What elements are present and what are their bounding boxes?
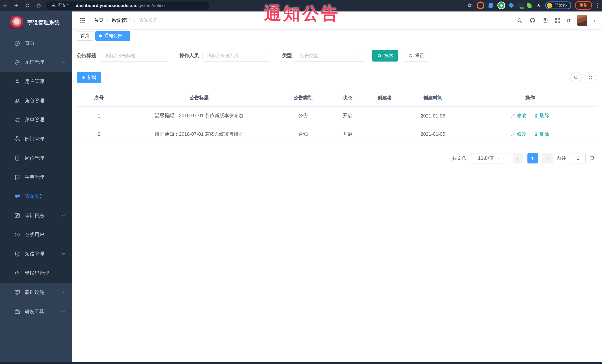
edit-link[interactable]: 修改 — [511, 112, 526, 119]
main-panel: 首页 / 系统管理 / 通知公告 tT ▾ 首页 — [72, 11, 602, 362]
app-window: 芋道管理系统 首页 系统管理 用户管理 角色管理 — [0, 11, 602, 362]
menu-tree-icon — [14, 117, 20, 123]
extension-orange-ring-icon[interactable] — [477, 1, 484, 9]
show-search-button[interactable] — [570, 72, 582, 83]
extension-white-flower-icon[interactable] — [536, 3, 541, 8]
current-page-button[interactable]: 1 — [527, 153, 538, 164]
sidebar-item-label: 菜单管理 — [25, 116, 44, 123]
sidebar-item-label: 错误码管理 — [25, 270, 49, 276]
user-icon — [14, 78, 20, 85]
help-icon[interactable] — [542, 17, 548, 23]
extension-blue-pin-icon[interactable] — [488, 3, 493, 8]
tab-notice[interactable]: 通知公告 × — [95, 31, 130, 41]
breadcrumb-separator: / — [134, 18, 135, 23]
reload-icon[interactable] — [24, 2, 30, 8]
page-size-select[interactable]: 10条/页 — [471, 153, 508, 164]
gear-icon — [14, 59, 20, 65]
app-logo-row[interactable]: 芋道管理系统 — [0, 11, 72, 33]
avatar-caret-icon[interactable]: ▾ — [593, 18, 595, 22]
edit-link[interactable]: 修改 — [511, 131, 526, 137]
col-creator: 创建者 — [366, 89, 403, 107]
fullscreen-icon[interactable] — [554, 17, 561, 23]
edit-icon — [511, 113, 516, 118]
toolbox-icon — [14, 308, 20, 315]
address-bar[interactable]: 不安全 dashboard.yudao.iocoder.cn/system/no… — [46, 1, 209, 10]
table-row[interactable]: 2 维护通知：2018-07-01 若依系统凌晨维护 通知 开启 2021-01… — [77, 125, 598, 143]
table-tools — [570, 72, 596, 83]
delete-link[interactable]: 删除 — [534, 131, 549, 137]
notice-title-input[interactable] — [100, 50, 168, 62]
tab-home[interactable]: 首页 — [77, 31, 93, 41]
sidebar-item-sms[interactable]: 短信管理 — [0, 244, 72, 263]
breadcrumb-system[interactable]: 系统管理 — [111, 17, 131, 24]
github-icon[interactable] — [529, 17, 535, 23]
tab-label: 通知公告 — [104, 33, 122, 39]
sidebar-item-audit-log[interactable]: 审计日志 — [0, 206, 72, 225]
add-button[interactable]: + 新增 — [77, 72, 101, 83]
paused-label: 已暂停 — [555, 3, 567, 8]
sidebar-item-departments[interactable]: 部门管理 — [0, 129, 72, 148]
sidebar-item-home[interactable]: 首页 — [0, 33, 72, 53]
reset-button[interactable]: 重置 — [403, 50, 429, 62]
security-label: 不安全 — [58, 3, 70, 8]
sidebar-item-infrastructure[interactable]: 基础设施 — [0, 283, 72, 302]
search-icon[interactable] — [516, 17, 523, 23]
add-button-label: 新增 — [87, 74, 96, 81]
cell-status: 开启 — [329, 125, 366, 143]
sidebar: 芋道管理系统 首页 系统管理 用户管理 角色管理 — [0, 11, 72, 362]
prev-page-button[interactable]: ‹ — [512, 153, 523, 164]
browser-update-button[interactable]: 更新 — [575, 1, 591, 10]
table-row[interactable]: 1 温馨提醒：2018-07-01 若依新版本发布啦 公告 开启 2021-01… — [77, 107, 598, 125]
sidebar-item-dev-tools[interactable]: 研发工具 — [0, 302, 72, 321]
cell-creator — [366, 125, 403, 143]
shield-check-icon — [14, 251, 20, 257]
security-warning[interactable]: 不安全 — [51, 3, 70, 8]
sidebar-collapse-icon[interactable] — [79, 17, 86, 24]
back-icon[interactable] — [2, 2, 8, 8]
extension-blue-gem-icon[interactable] — [508, 2, 514, 8]
filter-form: 公告标题 操作人员 类型 公告类型 搜索 — [77, 50, 598, 62]
url-text: dashboard.yudao.iocoder.cn/system/notice — [76, 3, 165, 8]
forward-icon[interactable] — [13, 2, 19, 8]
refresh-table-button[interactable] — [585, 72, 596, 83]
type-select[interactable]: 公告类型 — [296, 50, 366, 62]
sidebar-item-system[interactable]: 系统管理 — [0, 53, 72, 72]
window-bottom-edge — [0, 362, 602, 364]
delete-link[interactable]: 删除 — [534, 112, 549, 119]
profile-paused-chip[interactable]: ☺ 已暂停 — [545, 1, 571, 9]
sidebar-item-posts[interactable]: 岗位管理 — [0, 149, 72, 168]
breadcrumb-home[interactable]: 首页 — [94, 17, 104, 24]
sidebar-item-users[interactable]: 用户管理 — [0, 72, 72, 91]
bookmark-star-icon[interactable] — [467, 2, 473, 8]
sidebar-item-error-codes[interactable]: 错误码管理 — [0, 264, 72, 283]
next-page-button[interactable]: › — [542, 153, 552, 164]
sidebar-item-dict[interactable]: 字典管理 — [0, 168, 72, 187]
sidebar-item-label: 首页 — [25, 40, 34, 46]
search-button[interactable]: 搜索 — [372, 50, 398, 62]
goto-page-input[interactable] — [571, 153, 585, 164]
font-size-icon[interactable]: tT — [567, 18, 571, 23]
search-icon — [573, 75, 579, 80]
home-icon[interactable] — [36, 2, 42, 8]
sidebar-item-menus[interactable]: 菜单管理 — [0, 110, 72, 129]
sidebar-item-roles[interactable]: 角色管理 — [0, 91, 72, 110]
cell-type: 公告 — [277, 107, 329, 125]
extension-dark-on-icon[interactable]: on — [517, 3, 523, 8]
delete-label: 删除 — [540, 131, 549, 137]
operator-input[interactable] — [203, 50, 271, 62]
browser-menu-icon[interactable] — [597, 3, 598, 8]
emoji-face-icon: ☺ — [547, 3, 552, 8]
goto-suffix: 页 — [590, 155, 595, 161]
users-icon — [14, 97, 20, 104]
dashboard-icon — [14, 40, 20, 46]
tab-close-icon[interactable]: × — [124, 33, 127, 38]
app-title: 芋道管理系统 — [27, 19, 60, 26]
sidebar-item-online-users[interactable]: 在线用户 — [0, 225, 72, 244]
extension-green-circle-icon[interactable] — [497, 1, 505, 9]
extension-green-leaf-icon[interactable] — [527, 3, 532, 8]
sidebar-item-label: 角色管理 — [25, 97, 44, 104]
sidebar-item-notice[interactable]: 通知公告 — [0, 187, 72, 206]
col-type: 公告类型 — [277, 89, 329, 107]
avatar[interactable] — [577, 15, 587, 26]
sidebar-item-label: 通知公告 — [25, 193, 44, 200]
